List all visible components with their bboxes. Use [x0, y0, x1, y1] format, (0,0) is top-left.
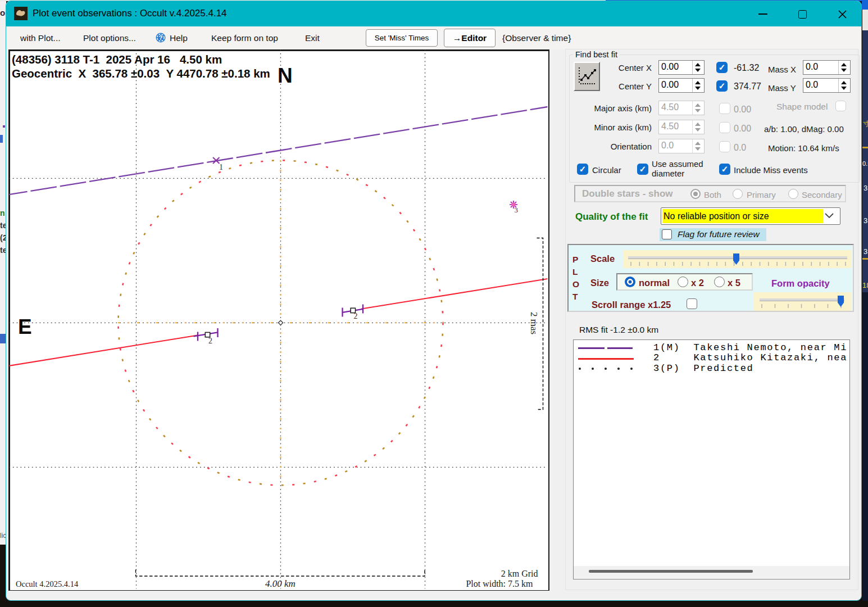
svg-text:4.00 km: 4.00 km [265, 578, 296, 589]
svg-text:Geocentric X 365.78 ±0.03 Y: Geocentric X 365.78 ±0.03 Y 4470.78 ±0.1… [12, 67, 270, 80]
svg-text:1: 1 [219, 163, 223, 171]
svg-text:2: 2 [208, 337, 212, 345]
svg-text:Plot width: 7.5 km: Plot width: 7.5 km [466, 579, 533, 588]
svg-text:E: E [18, 315, 32, 338]
svg-text:2 mas: 2 mas [529, 312, 539, 334]
svg-text:Occult 4.2025.4.14: Occult 4.2025.4.14 [16, 579, 79, 588]
svg-text:(48356) 3118 T-1 2025 Apr 16: (48356) 3118 T-1 2025 Apr 16 4.50 km [12, 53, 222, 66]
svg-text:3: 3 [515, 206, 519, 214]
svg-text:2: 2 [354, 312, 358, 320]
svg-text:2 km Grid: 2 km Grid [501, 569, 538, 578]
svg-text:N: N [278, 64, 293, 87]
